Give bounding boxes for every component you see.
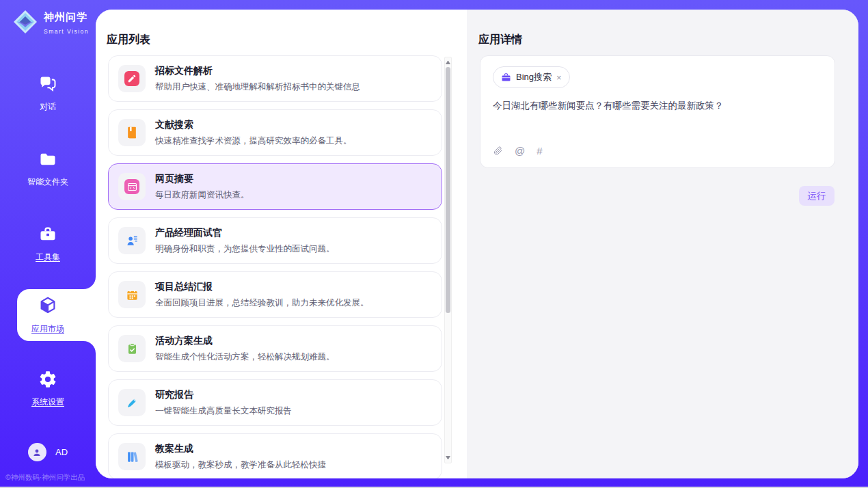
copyright-footer: ©神州数码·神州问学出品: [5, 473, 85, 483]
pencil-square-icon: [118, 65, 146, 92]
app-card-desc: 一键智能生成高质量长文本研究报告: [155, 405, 292, 417]
diamond-gem-icon: [12, 9, 38, 38]
app-card-web-summary[interactable]: 网页摘要 每日政府新闻资讯快查。: [108, 163, 442, 210]
user-initials: AD: [55, 447, 68, 457]
app-card-title: 研究报告: [155, 389, 292, 401]
tool-tag-label: Bing搜索: [516, 71, 552, 83]
book-icon: [118, 119, 146, 146]
app-card-research-report[interactable]: 研究报告 一键智能生成高质量长文本研究报告: [108, 379, 442, 426]
app-card-desc: 智能生成个性化活动方案，轻松解决规划难题。: [155, 351, 335, 363]
sidebar-item-smart-folder[interactable]: 智能文件夹: [0, 150, 96, 188]
interviewer-icon: [118, 227, 146, 254]
pen-icon: [118, 389, 146, 416]
sidebar-item-label: 对话: [0, 101, 96, 113]
composer-toolbar: @ #: [493, 145, 822, 159]
avatar: [28, 443, 46, 461]
app-card-desc: 全面回顾项目进展，总结经验教训，助力未来优化发展。: [155, 297, 369, 309]
mention-icon[interactable]: @: [515, 145, 525, 157]
query-composer-card: Bing搜索 × 今日湖北有哪些新闻要点？有哪些需要关注的最新政策？ @ #: [480, 55, 835, 168]
app-card-desc: 每日政府新闻资讯快查。: [155, 189, 249, 201]
folder-icon: [38, 150, 57, 172]
app-card-title: 活动方案生成: [155, 335, 335, 347]
chat-bubbles-icon: [38, 74, 57, 96]
brand-name: 神州问学: [44, 11, 87, 23]
app-detail-panel: 应用详情 Bing搜索 × 今日湖北有哪些新闻要点？有哪些需要关注的最新政策？ …: [467, 10, 858, 478]
sidebar: 神州问学 Smart Vision 对话 智能文件夹 工具集: [0, 0, 96, 488]
bubble-fillet-top: [83, 277, 96, 289]
scroll-down-icon[interactable]: [446, 456, 450, 459]
gear-icon: [38, 370, 57, 392]
app-card-title: 产品经理面试官: [155, 227, 335, 239]
scrollbar-thumb[interactable]: [446, 67, 450, 313]
clipboard-check-icon: [118, 335, 146, 362]
app-card-desc: 模板驱动，教案秒成，教学准备从此轻松快捷: [155, 459, 326, 471]
sidebar-item-label: 应用市场: [0, 323, 96, 335]
books-icon: [118, 443, 146, 470]
app-card-title: 文献搜索: [155, 119, 352, 131]
sidebar-item-app-market[interactable]: 应用市场: [0, 295, 96, 335]
paperclip-icon[interactable]: [493, 145, 503, 157]
scroll-up-icon[interactable]: [446, 61, 450, 64]
briefcase-icon: [501, 72, 511, 83]
app-card-desc: 明确身份和职责，为您提供专业性的面试问题。: [155, 243, 335, 255]
tool-tag-bing-search[interactable]: Bing搜索 ×: [493, 66, 570, 88]
app-card-desc: 帮助用户快速、准确地理解和解析招标书中的关键信息: [155, 81, 360, 93]
app-card-title: 教案生成: [155, 443, 326, 455]
app-card-literature-search[interactable]: 文献搜索 快速精准查找学术资源，提高研究效率的必备工具。: [108, 109, 442, 156]
query-text[interactable]: 今日湖北有哪些新闻要点？有哪些需要关注的最新政策？: [493, 100, 822, 112]
app-list-panel: 应用列表 招标文件解析 帮助用户快速、准确地理解和解析招标书中的关键信息: [96, 10, 467, 478]
hash-icon[interactable]: #: [537, 145, 542, 157]
app-list-scrollbar[interactable]: [444, 57, 452, 463]
content-area: 应用列表 招标文件解析 帮助用户快速、准确地理解和解析招标书中的关键信息: [96, 10, 858, 478]
app-list-title: 应用列表: [107, 33, 150, 47]
toolbox-icon: [38, 225, 57, 247]
app-card-title: 招标文件解析: [155, 65, 360, 77]
user-account[interactable]: AD: [0, 443, 96, 461]
app-card-bid-analysis[interactable]: 招标文件解析 帮助用户快速、准确地理解和解析招标书中的关键信息: [108, 55, 442, 102]
brand-subtitle: Smart Vision: [44, 28, 89, 35]
app-card-lesson-plan[interactable]: 教案生成 模板驱动，教案秒成，教学准备从此轻松快捷: [108, 433, 442, 478]
app-detail-title: 应用详情: [478, 33, 522, 47]
tool-tag-close-icon[interactable]: ×: [556, 73, 562, 82]
cube-icon: [38, 295, 58, 318]
browser-code-icon: [118, 173, 146, 200]
app-card-event-plan[interactable]: 活动方案生成 智能生成个性化活动方案，轻松解决规划难题。: [108, 325, 442, 372]
app-card-title: 网页摘要: [155, 173, 249, 185]
sidebar-item-label: 工具集: [0, 252, 96, 263]
app-card-list: 招标文件解析 帮助用户快速、准确地理解和解析招标书中的关键信息 文献搜索 快速精…: [108, 55, 442, 478]
sidebar-item-label: 系统设置: [0, 396, 96, 408]
brand-logo: 神州问学 Smart Vision: [12, 9, 96, 38]
sidebar-item-settings[interactable]: 系统设置: [0, 370, 96, 408]
run-button[interactable]: 运行: [799, 186, 835, 206]
app-card-project-summary[interactable]: 项目总结汇报 全面回顾项目进展，总结经验教训，助力未来优化发展。: [108, 271, 442, 318]
bubble-fillet-bottom: [83, 341, 96, 353]
app-card-title: 项目总结汇报: [155, 281, 369, 293]
sidebar-item-toolset[interactable]: 工具集: [0, 225, 96, 263]
app-card-pm-interviewer[interactable]: 产品经理面试官 明确身份和职责，为您提供专业性的面试问题。: [108, 217, 442, 264]
sidebar-item-chat[interactable]: 对话: [0, 74, 96, 113]
calendar-icon: [118, 281, 146, 308]
app-card-desc: 快速精准查找学术资源，提高研究效率的必备工具。: [155, 135, 352, 147]
sidebar-item-label: 智能文件夹: [0, 176, 96, 188]
